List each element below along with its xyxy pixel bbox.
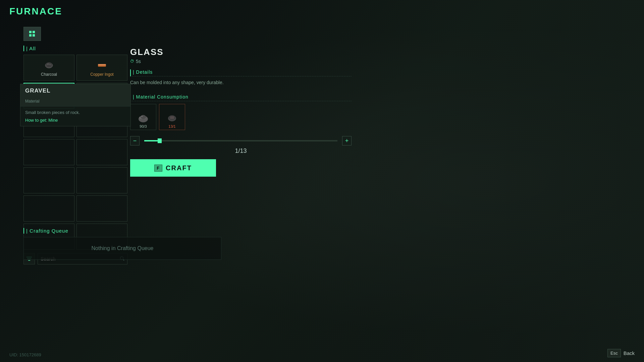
uid-display: UID: 150172689 — [9, 352, 41, 357]
svg-point-22 — [141, 115, 146, 119]
item-empty-5 — [23, 167, 74, 193]
gravel-tooltip: GRAVEL Material Small broken pieces of r… — [20, 84, 131, 126]
details-header: | Details — [130, 69, 352, 76]
charcoal-label: Charcoal — [41, 72, 57, 77]
svg-rect-6 — [99, 65, 105, 65]
grid-toggle-button[interactable] — [23, 27, 41, 41]
tooltip-subtitle: Material — [20, 98, 130, 107]
grid-icon — [29, 31, 35, 37]
material-secondary-count: 13/1 — [159, 124, 185, 128]
craft-time-value: 5s — [136, 59, 141, 64]
craft-button-label: CRAFT — [166, 164, 192, 172]
quantity-slider[interactable] — [144, 140, 337, 141]
details-text: Can be molded into any shape, very durab… — [130, 79, 352, 86]
material-gravel: 90/3 — [130, 104, 156, 130]
craft-key-indicator: F — [154, 165, 162, 172]
charcoal-icon — [43, 59, 55, 71]
copper-ingot-icon — [96, 59, 108, 71]
svg-point-23 — [141, 116, 143, 117]
crafting-queue-label: | Crafting Queue — [23, 228, 221, 234]
tooltip-title: GRAVEL — [20, 84, 130, 98]
item-empty-7 — [23, 195, 74, 222]
tooltip-howto: How to get: Mine — [25, 118, 126, 123]
item-empty-3 — [23, 139, 74, 165]
material-items-list: 90/3 13/1 — [130, 104, 352, 130]
item-detail-panel: GLASS ⏱ 5s | Details Can be molded into … — [130, 47, 352, 177]
quantity-increase-button[interactable]: + — [342, 136, 352, 145]
copper-ingot-label: Copper Ingot — [90, 72, 113, 77]
back-button-area[interactable]: Esc Back — [607, 349, 635, 357]
tooltip-body: Small broken pieces of rock. How to get:… — [20, 107, 130, 126]
crafting-queue-box: Nothing in Crafting Queue — [23, 237, 221, 260]
tooltip-description: Small broken pieces of rock. — [25, 110, 126, 115]
quantity-row: − + — [130, 136, 352, 145]
item-charcoal[interactable]: Charcoal — [23, 55, 74, 81]
esc-key-indicator: Esc — [607, 349, 621, 357]
item-empty-6 — [76, 167, 127, 193]
material-section: | Material Consumption 90/3 — [130, 94, 352, 130]
category-label: | All — [23, 46, 127, 51]
item-copper-ingot[interactable]: Copper Ingot — [76, 55, 127, 81]
craft-button[interactable]: F CRAFT — [130, 159, 216, 177]
crafting-queue-section: | Crafting Queue Nothing in Crafting Que… — [23, 228, 221, 260]
furnace-title: FURNACE — [9, 6, 62, 17]
material-header: | Material Consumption — [130, 94, 352, 101]
item-name: GLASS — [130, 47, 352, 57]
svg-point-1 — [46, 62, 52, 67]
craft-time: ⏱ 5s — [130, 59, 352, 64]
item-empty-8 — [76, 195, 127, 222]
material-secondary: 13/1 — [159, 104, 185, 130]
material-gravel-count: 90/3 — [130, 124, 156, 128]
item-empty-4 — [76, 139, 127, 165]
crafting-queue-empty-text: Nothing in Crafting Queue — [92, 245, 154, 251]
back-label: Back — [624, 350, 635, 356]
quantity-slider-thumb — [158, 138, 162, 143]
svg-rect-26 — [170, 116, 174, 119]
quantity-decrease-button[interactable]: − — [130, 136, 140, 145]
clock-icon: ⏱ — [130, 59, 134, 64]
quantity-display: 1/13 — [130, 147, 352, 155]
